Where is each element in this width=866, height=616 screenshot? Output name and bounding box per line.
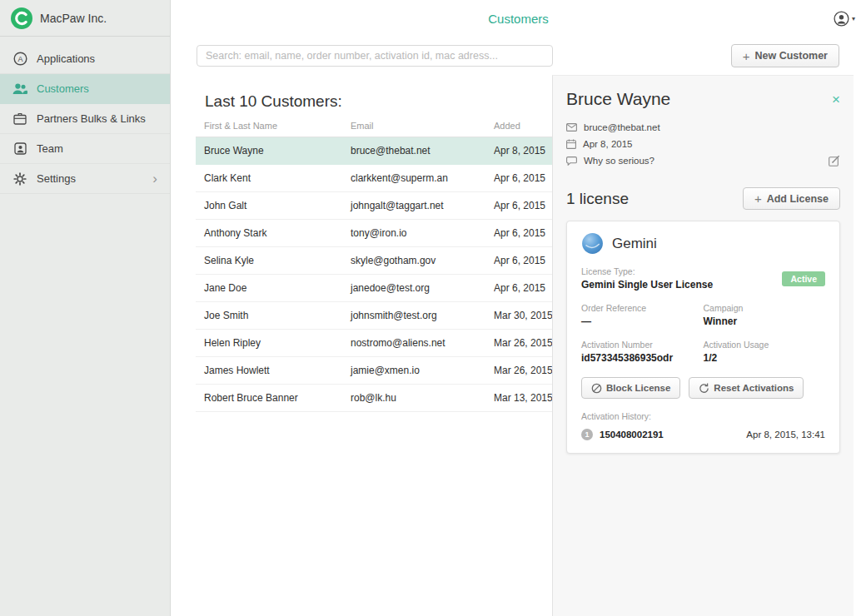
user-menu[interactable]: ▾ (834, 0, 855, 37)
sidebar-item-partners[interactable]: Partners Bulks & Links (0, 104, 170, 134)
table-row[interactable]: Anthony Stark tony@iron.io Apr 6, 2015 (196, 220, 552, 247)
license-card: Gemini License Type: Gemini Single User … (566, 221, 840, 454)
table-row[interactable]: Jane Doe janedoe@test.org Apr 6, 2015 (196, 275, 552, 302)
sidebar-item-customers[interactable]: Customers (0, 74, 170, 104)
field-label: Order Reference (581, 302, 704, 315)
customer-added-date: Apr 8, 2015 (583, 139, 632, 149)
customer-email-value: bruce@thebat.net (584, 122, 660, 132)
column-header-name: First & Last Name (196, 121, 342, 137)
right-gutter (854, 75, 866, 616)
customer-added: Apr 6, 2015 (494, 165, 552, 192)
table-row[interactable]: Selina Kyle skyle@gotham.gov Apr 6, 2015 (196, 247, 552, 275)
sidebar-item-label: Partners Bulks & Links (37, 112, 146, 125)
edit-icon[interactable] (829, 155, 840, 166)
macpaw-logo-icon (11, 7, 32, 29)
activation-history-row: 1 150408002191 Apr 8, 2015, 13:41 (581, 429, 825, 440)
customer-email: skyle@gotham.gov (342, 247, 494, 275)
customer-name: Bruce Wayne (196, 137, 342, 165)
new-customer-button[interactable]: + New Customer (731, 44, 839, 67)
customer-email: johngalt@taggart.net (342, 192, 494, 220)
field-campaign: Campaign Winner (704, 302, 826, 328)
customer-name: Helen Ripley (196, 330, 342, 357)
button-label: Reset Activations (714, 383, 794, 393)
block-license-button[interactable]: Block License (581, 377, 680, 399)
plus-icon: + (743, 50, 750, 62)
license-type-value: Gemini Single User License (581, 278, 713, 291)
reset-icon (699, 383, 709, 394)
customers-table: First & Last Name Email Added Bruce Wayn… (196, 121, 552, 412)
field-value: 1/2 (704, 351, 826, 365)
customer-name: Selina Kyle (196, 247, 342, 275)
customer-added: Apr 6, 2015 (494, 192, 552, 220)
sidebar-item-label: Team (37, 142, 63, 155)
sidebar-item-settings[interactable]: Settings › (0, 164, 170, 194)
sidebar: MacPaw Inc. A Applications Customers Par… (0, 0, 171, 616)
customer-added: Mar 26, 2015 (494, 330, 552, 357)
sidebar-header: MacPaw Inc. (0, 0, 170, 37)
add-license-button[interactable]: + Add License (743, 187, 840, 210)
sidebar-item-team[interactable]: Team (0, 134, 170, 164)
license-type-row: License Type: Gemini Single User License… (581, 266, 825, 291)
activation-date: Apr 8, 2015, 13:41 (746, 430, 825, 440)
applications-icon: A (12, 52, 27, 66)
customer-added: Apr 6, 2015 (494, 275, 552, 302)
comment-icon (566, 156, 577, 166)
team-icon (12, 142, 27, 155)
product-name: Gemini (612, 236, 657, 252)
customer-name: Joe Smith (196, 302, 342, 330)
button-label: New Customer (754, 50, 828, 62)
block-icon (591, 383, 602, 394)
license-header: 1 license + Add License (566, 187, 840, 210)
license-fields: Order Reference — Campaign Winner Activa… (581, 302, 825, 365)
history-index-badge: 1 (581, 429, 593, 440)
customer-email: tony@iron.io (342, 220, 494, 247)
field-activation-number: Activation Number id573345386935odr (581, 339, 704, 365)
table-row[interactable]: Robert Bruce Banner rob@lk.hu Mar 13, 20… (196, 385, 552, 412)
button-label: Add License (767, 193, 829, 205)
sidebar-item-label: Settings (37, 172, 76, 185)
reset-activations-button[interactable]: Reset Activations (689, 377, 804, 399)
customer-added: Mar 26, 2015 (494, 357, 552, 385)
field-activation-usage: Activation Usage 1/2 (704, 339, 826, 365)
activation-code: 150408002191 (600, 430, 664, 440)
app-window: MacPaw Inc. A Applications Customers Par… (0, 0, 866, 616)
column-header-email: Email (342, 121, 494, 137)
customer-added: Apr 6, 2015 (494, 247, 552, 275)
customer-name: Jane Doe (196, 275, 342, 302)
activation-history-label: Activation History: (581, 411, 825, 421)
customer-note: Why so serious? (584, 156, 654, 166)
info-row-email: bruce@thebat.net (566, 119, 840, 136)
field-value: — (581, 315, 704, 328)
table-row[interactable]: Clark Kent clarkkent@superm.an Apr 6, 20… (196, 165, 552, 192)
customer-email: clarkkent@superm.an (342, 165, 494, 192)
company-name: MacPaw Inc. (40, 12, 107, 25)
field-label: Activation Usage (704, 339, 826, 351)
table-row[interactable]: Helen Ripley nostromo@aliens.net Mar 26,… (196, 330, 552, 357)
customer-email: jamie@xmen.io (342, 357, 494, 385)
info-row-date: Apr 8, 2015 (566, 136, 840, 152)
table-row[interactable]: John Galt johngalt@taggart.net Apr 6, 20… (196, 192, 552, 220)
table-row[interactable]: Joe Smith johnsmith@test.org Mar 30, 201… (196, 302, 552, 330)
close-icon[interactable]: × (832, 92, 840, 107)
table-header-row: First & Last Name Email Added (196, 121, 552, 137)
plus-icon: + (754, 192, 762, 205)
customer-info: bruce@thebat.net Apr 8, 2015 Why so seri… (566, 119, 840, 169)
table-row[interactable]: Bruce Wayne bruce@thebat.net Apr 8, 2015 (196, 137, 552, 165)
search-input[interactable] (197, 45, 553, 67)
license-actions: Block License Reset Activations (581, 377, 825, 399)
sidebar-item-applications[interactable]: A Applications (0, 44, 170, 74)
customers-icon (12, 83, 27, 95)
customer-email: bruce@thebat.net (342, 137, 494, 165)
svg-text:A: A (17, 55, 22, 63)
customer-email: johnsmith@test.org (342, 302, 494, 330)
column-header-added: Added (494, 121, 552, 137)
chevron-down-icon: ▾ (852, 15, 855, 22)
user-icon (834, 11, 849, 27)
detail-header: Bruce Wayne × (566, 89, 840, 109)
table-row[interactable]: James Howlett jamie@xmen.io Mar 26, 2015 (196, 357, 552, 385)
license-product: Gemini (581, 232, 825, 255)
sidebar-nav: A Applications Customers Partners Bulks … (0, 37, 170, 194)
page-title: Customers (488, 12, 549, 26)
customer-added: Apr 6, 2015 (494, 220, 552, 247)
customer-name: James Howlett (196, 357, 342, 385)
